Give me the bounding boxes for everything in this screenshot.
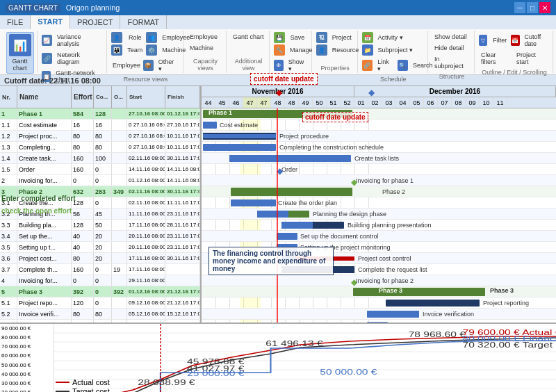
cap-employee-button[interactable]: Employee [188, 32, 220, 42]
chart-bar-row: Phase 2 [202, 186, 556, 197]
table-row[interactable]: 3.1 Create the... 128 0 02.11.16 08:00 1… [0, 197, 200, 209]
col-name: Name [17, 86, 72, 108]
in-subproject-button[interactable]: In subproject [432, 54, 471, 71]
table-row[interactable]: 5 Phase 3 392 0 392 01.12.16 08:00 21.12… [0, 286, 200, 297]
project-prop-button[interactable]: Project [330, 33, 354, 42]
week-03: 03 [382, 97, 396, 108]
activity-button[interactable]: Activity ▾ [376, 33, 405, 42]
table-row[interactable]: 1.3 Completing... 80 80 0 27.10.16 08:00… [0, 142, 200, 153]
resource-employee-button[interactable]: Employee [111, 60, 142, 70]
svg-text:28 038.99 €: 28 038.99 € [138, 378, 195, 386]
week-04: 04 [396, 97, 410, 108]
svg-text:50 000.00 €: 50 000.00 € [320, 368, 377, 376]
task-label-estimate: Cost estimate [220, 122, 258, 129]
table-row[interactable]: 1.5 Order 160 0 14.11.16 08:00 14.11.16 … [0, 164, 200, 175]
task-lists-bar [229, 155, 302, 162]
role-button[interactable]: Role [125, 33, 145, 42]
project-proc-bar [203, 134, 276, 138]
network-button[interactable]: Network diagram [55, 50, 104, 67]
task-label-procedure: Project procedure [279, 133, 329, 140]
table-row[interactable]: 3.3 Building pla... 128 50 17.11.16 08:0… [0, 220, 200, 231]
tab-file[interactable]: FILE [0, 15, 31, 29]
cutoff-diamond: ◆ [276, 88, 282, 97]
close-button[interactable]: ✕ [539, 2, 550, 13]
other-button[interactable]: Other ▾ [156, 57, 180, 74]
app-label: GANTT CHART [6, 3, 60, 13]
schedule-label: Schedule [362, 74, 425, 83]
title-bar: GANTT CHART Origon planning ─ □ ✕ [0, 0, 556, 15]
resource-prop-icon: 👤 [316, 44, 327, 56]
minimize-button[interactable]: ─ [514, 2, 525, 13]
window-title: Origon planning [66, 3, 120, 12]
additional-gantt-button[interactable]: Gantt chart [231, 32, 266, 42]
project-start-button[interactable]: Project start [514, 50, 550, 67]
week-06: 06 [424, 97, 438, 108]
tab-project[interactable]: PROJECT [70, 15, 120, 29]
week-09: 09 [466, 97, 480, 108]
table-row[interactable]: 1 Phase 1 584 128 27.10.16 08:00 01.12.1… [0, 108, 200, 120]
task-label-request: Complete the request list [358, 266, 427, 273]
table-row[interactable]: 5.1 Project repo... 120 0 09.12.16 08:00… [0, 297, 200, 309]
chart-bar-row: ◆ Invoicing for phase 2 [202, 275, 556, 286]
link-button[interactable]: Link ▾ [375, 57, 395, 74]
week-11: 11 [493, 97, 507, 108]
phase3-bar [353, 288, 485, 296]
gantt-chart-icon: 📊 [9, 34, 31, 56]
tab-start[interactable]: START [31, 15, 70, 29]
maximize-button[interactable]: □ [527, 2, 538, 13]
table-row[interactable]: 3.2 Planning th... 56 45 11.11.16 08:00 … [0, 209, 200, 220]
table-row[interactable]: 2 Invoicing for... 0 0 01.12.16 08:00 14… [0, 175, 200, 186]
team-button[interactable]: Team [125, 45, 145, 55]
table-row[interactable]: 3.7 Complete th... 160 0 19 17.11.16 08:… [0, 264, 200, 275]
save-button[interactable]: Save [288, 33, 307, 42]
table-row[interactable]: 1.1 Cost estimate 16 16 0 27.10.16 08:00… [0, 120, 200, 131]
filter-button[interactable]: Filter [490, 35, 509, 45]
table-row[interactable]: 3.6 Project cost... 80 20 17.11.16 08:00… [0, 253, 200, 264]
week-51: 51 [327, 97, 341, 108]
week-52: 52 [341, 97, 354, 108]
structure-label: Structure [432, 72, 471, 80]
filter-icon: ▽ [479, 35, 487, 46]
week-45: 45 [215, 97, 229, 108]
week-47: 47 [243, 97, 257, 108]
chart-bar-row: Complete the request list [202, 264, 556, 275]
network-icon: 🔗 [42, 53, 52, 64]
cap-machine-button[interactable]: Machine [188, 43, 215, 53]
cutoff-date-text: Cutoff date: 22.11.16 08:00 [4, 76, 101, 85]
role-icon: 👤 [111, 32, 122, 43]
gantt-chart-button[interactable]: 📊 Ganttchart [6, 32, 34, 74]
manage-button[interactable]: Manage [288, 45, 315, 55]
show-button[interactable]: Show ▾ [286, 57, 309, 74]
table-row[interactable]: 4 Invoicing for... 0 0 29.11.16 08:00 [0, 275, 200, 286]
cutoff-date-button[interactable]: Cutoff date [523, 32, 550, 49]
chart-bar-row: Create the order plan [202, 197, 556, 209]
task-label-phase3: Phase 3 [379, 287, 402, 294]
table-row[interactable]: 5.2 Invoice verifi... 80 80 05.12.16 08:… [0, 309, 200, 320]
task-label-doccontrol: Set up the document control [300, 233, 379, 240]
hide-detail-button[interactable]: Hide detail [432, 43, 466, 53]
table-row[interactable]: 1.4 Create task... 160 100 02.11.16 08:0… [0, 153, 200, 164]
table-row[interactable]: 1.2 Project proc... 80 80 0 27.10.16 08:… [0, 131, 200, 142]
main-area: Nr. Name Effort Co... O... Start Finish … [0, 86, 556, 322]
task-label-inv1: Invoicing for phase 1 [356, 177, 414, 184]
chart-bar-row: Phase 1 [202, 108, 556, 120]
variance-button[interactable]: Variance analysis [55, 32, 104, 49]
manage-icon: 🔧 [274, 44, 285, 56]
table-row[interactable]: 3 Phase 2 632 283 349 02.11.16 08:00 30.… [0, 186, 200, 197]
ribbon-tabs: FILE START PROJECT FORMAT [0, 15, 556, 29]
resource-prop-button[interactable]: Resource [330, 45, 361, 55]
cost-ctrl-bar [281, 255, 295, 262]
gantt-table-header: Nr. Name Effort Co... O... Start Finish [0, 86, 200, 108]
gantt-chart-area: November 2016 December 2016 44 45 46 47 … [202, 86, 556, 322]
y-label-40k: 40 000.00 € [1, 371, 52, 377]
subproject-button[interactable]: Subproject ▾ [376, 45, 416, 55]
clear-filters-button[interactable]: Clear filters [479, 50, 513, 67]
y-label-60k: 60 000.00 € [1, 352, 52, 359]
table-row[interactable]: 3.5 Setting up t... 40 20 20.11.16 08:00… [0, 242, 200, 253]
legend-actual-line [56, 382, 70, 383]
tab-format[interactable]: FORMAT [120, 15, 167, 29]
machine-button[interactable]: Machine [160, 45, 188, 55]
inv1-diamond: ◆ [351, 177, 357, 187]
show-detail-button[interactable]: Show detail [432, 32, 469, 42]
table-row[interactable]: 3.4 Set up the... 40 20 20.11.16 08:00 2… [0, 231, 200, 242]
